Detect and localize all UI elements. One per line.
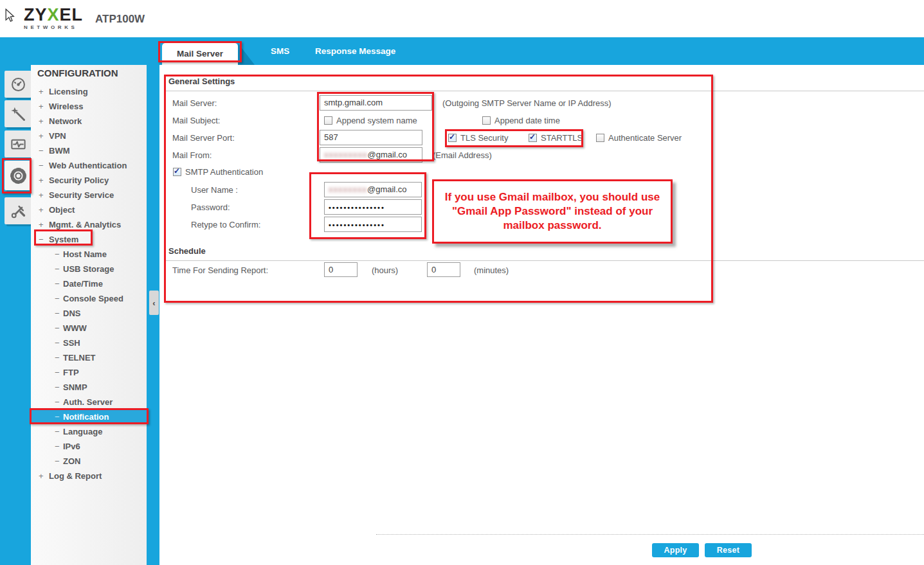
annotation-note-box: If you use Gmail mailbox, you should use…	[432, 179, 673, 244]
mail-from-input[interactable]: xxxxxxxxx@gmail.co	[320, 147, 422, 163]
leaf-dash-icon: −	[55, 306, 60, 321]
user-name-input[interactable]: xxxxxxxx@gmail.co	[324, 182, 422, 197]
sidebar-subitem[interactable]: − WWW	[31, 321, 147, 336]
sidebar-item-label: Log & Report	[49, 469, 102, 483]
sidebar-subitem[interactable]: − USB Storage	[31, 262, 147, 276]
sidebar-subitem[interactable]: − Console Speed	[31, 291, 147, 306]
expand-toggle-icon[interactable]: +	[39, 99, 44, 114]
authenticate-server-checkbox[interactable]	[596, 134, 604, 142]
sidebar-item-label: System	[49, 232, 78, 247]
sidebar-subitem-label: Console Speed	[63, 291, 123, 306]
hours-hint: (hours)	[372, 265, 398, 275]
mail-server-port-input[interactable]: 587	[320, 130, 422, 145]
expand-toggle-icon[interactable]: +	[39, 469, 44, 483]
sidebar-subitem[interactable]: − ZON	[31, 454, 147, 469]
expand-toggle-icon[interactable]: +	[39, 173, 44, 188]
sidebar-subitem[interactable]: − IPv6	[31, 439, 147, 454]
sidebar-subitem[interactable]: − FTP	[31, 365, 147, 380]
sidebar-item[interactable]: + Licensing	[31, 84, 147, 99]
leaf-dash-icon: −	[55, 336, 60, 350]
sidebar-item[interactable]: − BWM	[31, 143, 147, 158]
sidebar-item[interactable]: + Security Service	[31, 188, 147, 202]
tab-sms[interactable]: SMS	[271, 37, 289, 65]
sidebar-subitem[interactable]: − Date/Time	[31, 276, 147, 291]
sidebar-subitem-label: FTP	[63, 365, 79, 380]
sidebar-subitem-label: Notification	[63, 409, 109, 424]
sidebar-subitem-notification[interactable]: − Notification	[31, 409, 147, 424]
sidebar-subitem[interactable]: − Host Name	[31, 247, 147, 262]
retype-confirm-input[interactable]: •••••••••••••••	[324, 217, 422, 232]
user-name-label: User Name :	[191, 185, 238, 195]
leaf-dash-icon: −	[55, 424, 60, 439]
password-input[interactable]: •••••••••••••••	[324, 199, 422, 215]
active-tab-fold	[238, 43, 255, 65]
tab-mail-server[interactable]: Mail Server	[162, 43, 238, 65]
sidebar-item[interactable]: + Wireless	[31, 99, 147, 114]
sidebar-subitem[interactable]: − Language	[31, 424, 147, 439]
email-suffix: @gmail.co	[368, 150, 408, 159]
append-system-name-checkbox[interactable]	[324, 116, 332, 125]
device-model-label: ATP100W	[95, 13, 145, 26]
sidebar-subitem[interactable]: − TELNET	[31, 350, 147, 365]
dashboard-gauge-icon[interactable]	[5, 71, 32, 98]
sidebar-item-label: VPN	[49, 129, 66, 143]
expand-toggle-icon[interactable]: +	[39, 114, 44, 129]
sidebar-subitem[interactable]: − DNS	[31, 306, 147, 321]
configuration-sidebar: CONFIGURATION + Licensing + Wireless + N…	[31, 65, 147, 565]
mail-server-port-label: Mail Server Port:	[172, 133, 235, 143]
sidebar-item-log-report[interactable]: + Log & Report	[31, 469, 147, 483]
report-minutes-input[interactable]: 0	[427, 262, 460, 277]
starttls-label: STARTTLS	[541, 133, 583, 143]
append-date-time-checkbox[interactable]	[482, 116, 491, 125]
sidebar-item-system[interactable]: − System	[31, 232, 147, 247]
sidebar-item[interactable]: + Network	[31, 114, 147, 129]
sidebar-item[interactable]: − Web Authentication	[31, 158, 147, 173]
general-settings-header: General Settings	[165, 76, 924, 91]
sidebar-subitem-label: IPv6	[63, 439, 80, 454]
sidebar-subitem-label: ZON	[63, 454, 80, 469]
sidebar-subitem[interactable]: − Auth. Server	[31, 395, 147, 409]
expand-toggle-icon[interactable]: −	[39, 158, 44, 173]
monitor-pulse-icon[interactable]	[5, 130, 32, 157]
sidebar-item[interactable]: + Mgmt. & Analytics	[31, 217, 147, 232]
maintenance-tools-icon[interactable]	[5, 197, 32, 224]
reset-button[interactable]: Reset	[705, 543, 752, 557]
mail-server-input[interactable]: smtp.gmail.com	[320, 95, 432, 111]
expand-toggle-icon[interactable]: +	[39, 188, 44, 202]
expand-toggle-icon[interactable]: +	[39, 202, 44, 217]
tab-response-message[interactable]: Response Message	[315, 37, 395, 65]
apply-button[interactable]: Apply	[652, 543, 699, 557]
zyxel-logo-text: ZYXEL	[24, 6, 83, 24]
sidebar-item[interactable]: + VPN	[31, 129, 147, 143]
report-hours-input[interactable]: 0	[324, 262, 358, 277]
collapse-toggle-icon[interactable]: −	[39, 232, 44, 247]
mail-server-hint: (Outgoing SMTP Server Name or IP Address…	[442, 98, 611, 108]
expand-toggle-icon[interactable]: −	[39, 143, 44, 158]
expand-toggle-icon[interactable]: +	[39, 129, 44, 143]
quick-setup-wand-icon[interactable]	[5, 100, 32, 127]
chevron-left-icon: ‹	[152, 298, 155, 308]
starttls-checkbox[interactable]	[529, 134, 537, 142]
sidebar-collapse-button[interactable]: ‹	[149, 291, 159, 315]
configuration-gear-icon[interactable]	[5, 161, 32, 190]
sidebar-item-label: Object	[49, 202, 75, 217]
append-date-time-label: Append date time	[494, 116, 560, 125]
leaf-dash-icon: −	[55, 395, 60, 409]
sidebar-top-items: + Licensing + Wireless + Network + VPN	[31, 84, 147, 232]
expand-toggle-icon[interactable]: +	[39, 84, 44, 99]
expand-toggle-icon[interactable]: +	[39, 217, 44, 232]
zyxel-logo-green-x: X	[48, 5, 60, 24]
leaf-dash-icon: −	[55, 365, 60, 380]
sidebar-subitem[interactable]: − SNMP	[31, 380, 147, 395]
sidebar-item[interactable]: + Object	[31, 202, 147, 217]
append-system-name-label: Append system name	[336, 116, 417, 125]
leaf-dash-icon: −	[55, 380, 60, 395]
smtp-authentication-checkbox[interactable]	[173, 168, 181, 176]
redacted-email-prefix: xxxxxxxx	[329, 184, 367, 194]
tls-security-checkbox[interactable]	[448, 134, 457, 142]
sidebar-subitem[interactable]: − SSH	[31, 336, 147, 350]
sidebar-item[interactable]: + Security Policy	[31, 173, 147, 188]
sidebar-subitem-label: SSH	[63, 336, 80, 350]
schedule-header: Schedule	[165, 246, 924, 261]
zyxel-logo: ZYXEL NETWORKS	[24, 6, 83, 30]
